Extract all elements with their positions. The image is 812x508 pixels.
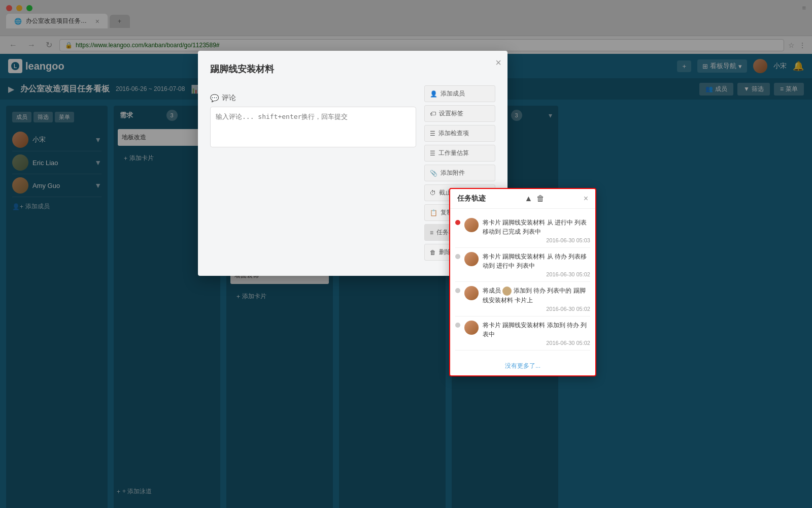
trace-text-3: 将成员 添加到 待办 列表中的 踢脚线安装材料 卡片上 — [483, 286, 590, 305]
trace-item-4: 将卡片 踢脚线安装材料 添加到 待办 列表中 2016-06-30 05:02 — [455, 316, 590, 351]
work-estimate-icon: ☰ — [430, 150, 435, 157]
trace-list: 将卡片 踢脚线安装材料 从 进行中 列表移动到 已完成 列表中 2016-06-… — [450, 209, 595, 356]
comment-icon: 💬 — [210, 94, 219, 102]
trace-text-2: 将卡片 踢脚线安装材料 从 待办 列表移动到 进行中 列表中 — [483, 252, 590, 270]
add-attachment-label: 添加附件 — [441, 169, 465, 177]
trace-time-3: 2016-06-30 05:02 — [483, 306, 590, 312]
trace-content-1: 将卡片 踢脚线安装材料 从 进行中 列表移动到 已完成 列表中 2016-06-… — [483, 218, 590, 243]
trace-title: 任务轨迹 — [457, 194, 486, 203]
trace-dot-1 — [455, 220, 460, 225]
comment-label: 💬 评论 — [210, 93, 416, 103]
task-trace-icon: ≡ — [430, 229, 433, 236]
trace-scroll-up[interactable]: ▲ — [524, 194, 532, 203]
trace-content-3: 将成员 添加到 待办 列表中的 踢脚线安装材料 卡片上 2016-06-30 0… — [483, 286, 590, 312]
add-checklist-btn[interactable]: ☰ 添加检查项 — [424, 125, 495, 142]
trace-close-btn[interactable]: × — [584, 194, 588, 203]
trace-dot-3 — [455, 288, 460, 293]
trace-avatar-2 — [464, 252, 479, 266]
trace-time-4: 2016-06-30 05:02 — [483, 340, 590, 346]
trace-header: 任务轨迹 ▲ 🗑 × — [450, 189, 595, 209]
comment-section: 💬 评论 — [210, 93, 416, 149]
add-checklist-icon: ☰ — [430, 130, 435, 137]
trace-item-1: 将卡片 踢脚线安装材料 从 进行中 列表移动到 已完成 列表中 2016-06-… — [455, 214, 590, 248]
trace-avatar-1 — [464, 218, 479, 232]
comment-input[interactable] — [210, 107, 416, 147]
trace-avatar-4 — [464, 321, 479, 335]
add-attachment-btn[interactable]: 📎 添加附件 — [424, 165, 495, 181]
work-estimate-btn[interactable]: ☰ 工作量估算 — [424, 145, 495, 162]
add-member-action-icon: 👤 — [430, 90, 437, 98]
task-trace-panel: 任务轨迹 ▲ 🗑 × 将卡片 踢脚线安装材料 从 进行中 列表移动到 已完成 列… — [449, 188, 596, 376]
trace-delete[interactable]: 🗑 — [536, 194, 545, 203]
trace-content-4: 将卡片 踢脚线安装材料 添加到 待办 列表中 2016-06-30 05:02 — [483, 321, 590, 346]
add-member-action-btn[interactable]: 👤 添加成员 — [424, 85, 495, 102]
add-checklist-label: 添加检查项 — [438, 129, 469, 138]
trace-avatar-3 — [464, 286, 479, 300]
trace-text-1: 将卡片 踢脚线安装材料 从 进行中 列表移动到 已完成 列表中 — [483, 218, 590, 236]
trace-content-2: 将卡片 踢脚线安装材料 从 待办 列表移动到 进行中 列表中 2016-06-3… — [483, 252, 590, 277]
trace-text-4: 将卡片 踢脚线安装材料 添加到 待办 列表中 — [483, 321, 590, 339]
trace-dot-2 — [455, 254, 460, 259]
modal-close-btn[interactable]: × — [495, 57, 501, 69]
work-estimate-label: 工作量估算 — [438, 149, 469, 157]
add-attachment-icon: 📎 — [430, 170, 437, 177]
set-tag-label: 设置标签 — [439, 109, 463, 118]
trace-no-more[interactable]: 没有更多了... — [505, 362, 540, 369]
modal-title: 踢脚线安装材料 — [210, 63, 495, 75]
modal-main: 💬 评论 — [210, 85, 416, 264]
trace-dot-4 — [455, 323, 460, 328]
add-member-action-label: 添加成员 — [441, 89, 465, 98]
trace-time-2: 2016-06-30 05:02 — [483, 271, 590, 277]
deadline-icon: ⏱ — [430, 189, 436, 197]
set-tag-icon: 🏷 — [430, 110, 436, 117]
trace-item-3: 将成员 添加到 待办 列表中的 踢脚线安装材料 卡片上 2016-06-30 0… — [455, 282, 590, 316]
trace-item-2: 将卡片 踢脚线安装材料 从 待办 列表移动到 进行中 列表中 2016-06-3… — [455, 248, 590, 282]
trace-time-1: 2016-06-30 05:03 — [483, 237, 590, 243]
comment-label-text: 评论 — [222, 93, 236, 103]
set-tag-btn[interactable]: 🏷 设置标签 — [424, 105, 495, 122]
trace-footer: 没有更多了... — [450, 356, 595, 375]
copy-card-icon: 📋 — [430, 209, 437, 216]
delete-card-icon: 🗑 — [430, 249, 436, 256]
